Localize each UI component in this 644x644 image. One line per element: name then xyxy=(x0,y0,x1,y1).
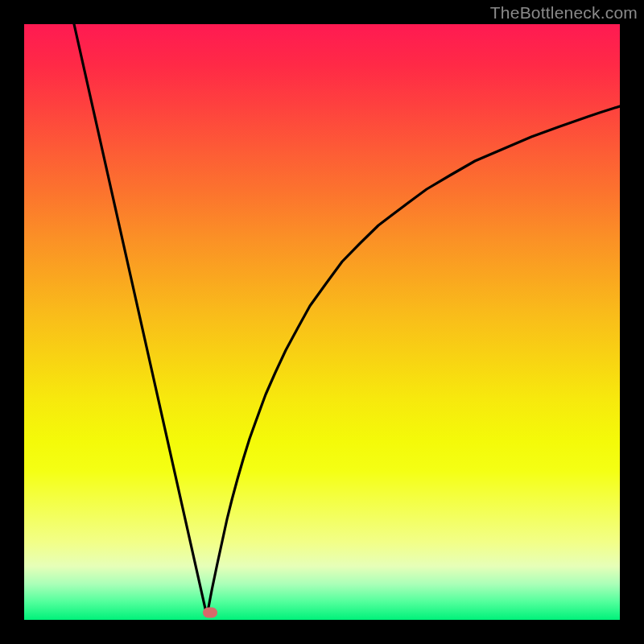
curve-left-branch xyxy=(74,24,207,616)
bottleneck-curve xyxy=(24,24,620,620)
plot-area xyxy=(24,24,620,620)
optimal-point-marker xyxy=(203,608,217,618)
curve-right-branch xyxy=(207,106,620,616)
chart-frame: TheBottleneck.com xyxy=(0,0,644,644)
watermark-text: TheBottleneck.com xyxy=(490,3,638,23)
